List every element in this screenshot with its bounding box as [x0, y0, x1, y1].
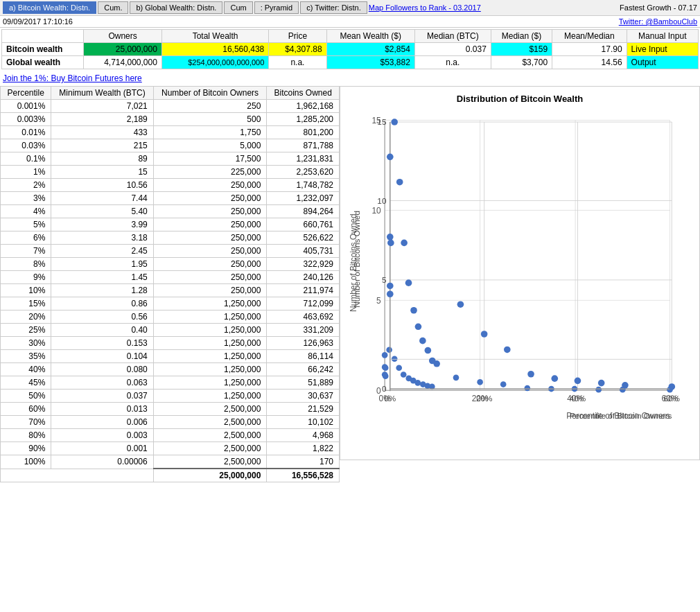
min-wealth-cell: 0.063: [51, 376, 153, 390]
num-owners-cell: 1,250,000: [153, 363, 267, 376]
min-wealth-cell: 0.080: [51, 363, 153, 376]
svg-text:15: 15: [377, 117, 387, 126]
num-owners-cell: 250,000: [153, 245, 267, 258]
svg-text:0%: 0%: [384, 394, 396, 403]
btc-owned-cell: 86,114: [267, 350, 340, 363]
join-link[interactable]: Join the 1%: Buy Bitcoin Futures here: [0, 71, 700, 86]
chart-point-7pct: [419, 338, 426, 344]
timestamp: 09/09/2017 17:10:16: [3, 17, 73, 26]
num-owners-cell: 250: [153, 100, 267, 113]
global-median-dollar: $3,700: [491, 56, 552, 69]
min-wealth-cell: 89: [51, 152, 153, 166]
table-row: 5% 3.99 250,000 660,761: [1, 218, 340, 231]
num-owners-cell: 250,000: [153, 205, 267, 218]
svg-text:40%: 40%: [570, 394, 586, 403]
btc-owned-cell: 51,889: [267, 376, 340, 390]
chart-point-40pct: [575, 378, 581, 385]
distribution-table: Percentile Minimum Wealth (BTC) Number o…: [0, 86, 340, 482]
num-owners-cell: 250,000: [153, 179, 267, 192]
percentile-cell: 20%: [1, 311, 51, 324]
btc-owned-cell: 240,126: [267, 271, 340, 284]
num-owners-cell: 2,500,000: [153, 455, 267, 469]
btc-owned-cell: 526,622: [267, 231, 340, 245]
percentile-cell: 15%: [1, 297, 51, 311]
btc-owned-cell: 10,102: [267, 416, 340, 429]
table-row: 50% 0.037 1,250,000 30,637: [1, 390, 340, 403]
min-wealth-cell: 7,021: [51, 100, 153, 113]
btc-owned-cell: 1,748,782: [267, 179, 340, 192]
btc-owned-cell: 126,963: [267, 337, 340, 350]
col-num-owners: Number of Bitcoin Owners: [153, 87, 267, 100]
bitcoin-price: $4,307.88: [269, 43, 326, 56]
btc-owned-cell: 1,962,168: [267, 100, 340, 113]
map-followers-link[interactable]: Map Followers to Rank - 03.2017: [369, 3, 481, 12]
min-wealth-cell: 0.037: [51, 390, 153, 403]
chart-point-2pct: [396, 179, 403, 186]
global-mean-median: 14.56: [552, 56, 627, 69]
percentile-cell: 0.03%: [1, 139, 51, 152]
btc-owned-cell: 66,242: [267, 363, 340, 376]
table-row: 60% 0.013 2,500,000 21,529: [1, 403, 340, 416]
btc-owned-cell: 2,253,620: [267, 166, 340, 179]
btc-owned-cell: 331,209: [267, 324, 340, 337]
cum-2[interactable]: Cum: [224, 1, 252, 14]
btc-owned-cell: 1,231,831: [267, 152, 340, 166]
num-owners-cell: 250,000: [153, 258, 267, 271]
min-wealth-cell: 215: [51, 139, 153, 152]
btc-owned-cell: 322,929: [267, 258, 340, 271]
btc-owned-cell: 405,731: [267, 245, 340, 258]
num-owners-cell: 1,250,000: [153, 350, 267, 363]
num-owners-cell: 17,500: [153, 152, 267, 166]
global-mean-wealth: $53,882: [326, 56, 414, 69]
min-wealth-cell: 1.28: [51, 284, 153, 297]
table-row: 9% 1.45 250,000 240,126: [1, 271, 340, 284]
num-owners-cell: 1,250,000: [153, 337, 267, 350]
total-btc: 16,556,528: [267, 469, 340, 482]
percentile-cell: 70%: [1, 416, 51, 429]
btc-owned-cell: 1,285,200: [267, 113, 340, 126]
table-row: 0.1% 89 17,500 1,231,831: [1, 152, 340, 166]
tab-c[interactable]: c) Twitter: Distn.: [300, 1, 367, 14]
min-wealth-cell: 0.006: [51, 416, 153, 429]
min-wealth-cell: 2.45: [51, 245, 153, 258]
table-row: 1% 15 225,000 2,253,620: [1, 166, 340, 179]
chart-point-15pct: [457, 301, 464, 308]
header-owners: Owners: [84, 30, 162, 43]
btc-owned-cell: 30,637: [267, 390, 340, 403]
bitcoin-label: Bitcoin wealth: [2, 43, 84, 56]
min-wealth-cell: 3.18: [51, 231, 153, 245]
percentile-cell: 90%: [1, 442, 51, 455]
tab-a[interactable]: a) Bitcoin Wealth: Distn.: [3, 1, 96, 14]
content-area: Percentile Minimum Wealth (BTC) Number o…: [0, 86, 700, 482]
percentile-cell: 0.01%: [1, 126, 51, 139]
header-median-dollar: Median ($): [491, 30, 552, 43]
percentile-cell: 40%: [1, 363, 51, 376]
col-min-wealth: Minimum Wealth (BTC): [51, 87, 153, 100]
global-median-btc: n.a.: [414, 56, 491, 69]
btc-owned-cell: 660,761: [267, 218, 340, 231]
num-owners-cell: 250,000: [153, 284, 267, 297]
percentile-cell: 80%: [1, 429, 51, 442]
col-percentile: Percentile: [1, 87, 51, 100]
twitter-link[interactable]: Twitter: @BambouClub: [619, 17, 697, 26]
tab-b[interactable]: b) Global Wealth: Distn.: [130, 1, 222, 14]
chart-point-0001: [387, 154, 394, 161]
chart-point-001: [387, 290, 394, 297]
global-total-wealth: $254,000,000,000,000: [161, 56, 268, 69]
num-owners-cell: 250,000: [153, 271, 267, 284]
svg-text:Percentile of Bitcoin Owners: Percentile of Bitcoin Owners: [570, 411, 672, 420]
tab-pyramid[interactable]: : Pyramid: [254, 1, 299, 14]
num-owners-cell: 250,000: [153, 218, 267, 231]
table-row: 25% 0.40 1,250,000 331,209: [1, 324, 340, 337]
totals-row: 25,000,000 16,556,528: [1, 469, 340, 482]
bitcoin-live-input[interactable]: Live Input: [627, 43, 698, 56]
percentile-cell: 7%: [1, 245, 51, 258]
bitcoin-total-wealth: 16,560,438: [161, 43, 268, 56]
stats-container: Owners Total Wealth Price Mean Wealth ($…: [0, 28, 700, 71]
cum-1[interactable]: Cum.: [98, 1, 128, 14]
percentile-cell: 0.1%: [1, 152, 51, 166]
header-manual-input: Manual Input: [627, 30, 698, 43]
svg-text:60%: 60%: [664, 394, 681, 403]
percentile-cell: 100%: [1, 455, 51, 469]
btc-owned-cell: 21,529: [267, 403, 340, 416]
